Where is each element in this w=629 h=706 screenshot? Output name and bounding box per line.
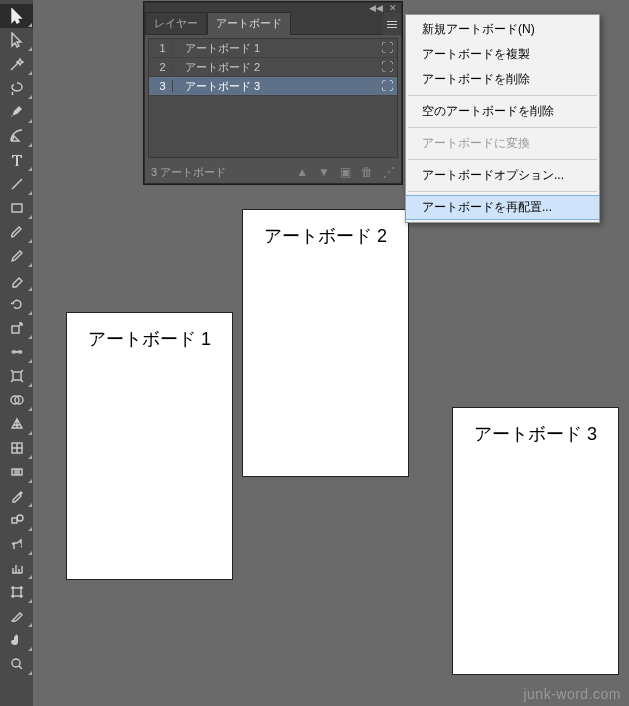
width-tool[interactable] [0, 340, 33, 364]
type-tool[interactable] [0, 148, 33, 172]
row-name: アートボード 2 [185, 60, 260, 75]
rotate-tool[interactable] [0, 292, 33, 316]
row-name: アートボード 1 [185, 41, 260, 56]
gradient-tool[interactable] [0, 460, 33, 484]
menu-separator [408, 127, 597, 128]
panel-footer: 3 アートボード ▲ ▼ ▣ 🗑 ⋰ [145, 161, 401, 183]
lasso-tool[interactable] [0, 76, 33, 100]
svg-point-10 [12, 659, 20, 667]
brush-tool[interactable] [0, 220, 33, 244]
tab-artboards[interactable]: アートボード [207, 12, 291, 35]
svg-point-8 [17, 515, 23, 521]
artboard-tool[interactable] [0, 580, 33, 604]
svg-rect-0 [12, 204, 22, 212]
resize-grip-icon[interactable]: ⋰ [383, 165, 395, 179]
menu-rearrange-artboards[interactable]: アートボードを再配置... [406, 195, 599, 220]
row-number: 2 [153, 61, 173, 73]
artboard-row[interactable]: 1 アートボード 1 ⛶ [149, 39, 397, 58]
symbol-sprayer-tool[interactable] [0, 532, 33, 556]
slice-tool[interactable] [0, 604, 33, 628]
artboard-label: アートボード 3 [474, 424, 597, 444]
panel-menu-button[interactable] [383, 13, 401, 35]
zoom-tool[interactable] [0, 652, 33, 676]
menu-separator [408, 95, 597, 96]
panel-close-icon[interactable]: ✕ [389, 3, 397, 13]
artboard-label: アートボード 1 [88, 329, 211, 349]
line-tool[interactable] [0, 172, 33, 196]
artboard-list: 1 アートボード 1 ⛶ 2 アートボード 2 ⛶ 3 アートボード 3 ⛶ [148, 38, 398, 158]
watermark: junk-word.com [523, 686, 621, 702]
footer-count: 3 アートボード [151, 165, 226, 180]
delete-icon[interactable]: 🗑 [361, 165, 373, 179]
artboard-row-selected[interactable]: 3 アートボード 3 ⛶ [149, 77, 397, 96]
menu-separator [408, 159, 597, 160]
canvas-artboard-3[interactable]: アートボード 3 [452, 407, 619, 675]
artboard-row[interactable]: 2 アートボード 2 ⛶ [149, 58, 397, 77]
artboards-panel: ◀◀ ✕ レイヤー アートボード 1 アートボード 1 ⛶ 2 アートボード 2… [144, 2, 402, 184]
tab-layers[interactable]: レイヤー [145, 12, 207, 34]
svg-rect-2 [13, 372, 21, 380]
graph-tool[interactable] [0, 556, 33, 580]
perspective-tool[interactable] [0, 412, 33, 436]
crop-icon[interactable]: ⛶ [381, 60, 393, 74]
hamburger-icon [387, 24, 397, 25]
magic-wand-tool[interactable] [0, 52, 33, 76]
row-number: 3 [153, 80, 173, 92]
shape-builder-tool[interactable] [0, 388, 33, 412]
eraser-tool[interactable] [0, 268, 33, 292]
free-transform-tool[interactable] [0, 364, 33, 388]
panel-tabs: レイヤー アートボード [145, 13, 401, 35]
crop-icon[interactable]: ⛶ [381, 79, 393, 93]
svg-rect-7 [12, 518, 17, 523]
hand-tool[interactable] [0, 628, 33, 652]
panel-context-menu: 新規アートボード(N) アートボードを複製 アートボードを削除 空のアートボード… [405, 14, 600, 223]
blend-tool[interactable] [0, 508, 33, 532]
pencil-tool[interactable] [0, 244, 33, 268]
crop-icon[interactable]: ⛶ [381, 41, 393, 55]
canvas-artboard-1[interactable]: アートボード 1 [66, 312, 233, 580]
menu-convert-artboard: アートボードに変換 [406, 131, 599, 156]
menu-delete-empty[interactable]: 空のアートボードを削除 [406, 99, 599, 124]
rectangle-tool[interactable] [0, 196, 33, 220]
direct-selection-tool[interactable] [0, 28, 33, 52]
mesh-tool[interactable] [0, 436, 33, 460]
svg-rect-1 [12, 326, 19, 333]
menu-separator [408, 191, 597, 192]
move-up-icon[interactable]: ▲ [296, 165, 308, 179]
menu-new-artboard[interactable]: 新規アートボード(N) [406, 17, 599, 42]
selection-tool[interactable] [0, 4, 33, 28]
menu-delete-artboard[interactable]: アートボードを削除 [406, 67, 599, 92]
row-name: アートボード 3 [185, 79, 260, 94]
menu-artboard-options[interactable]: アートボードオプション... [406, 163, 599, 188]
panel-collapse-icon[interactable]: ◀◀ [369, 3, 383, 13]
canvas-artboard-2[interactable]: アートボード 2 [242, 209, 409, 477]
new-artboard-icon[interactable]: ▣ [340, 165, 351, 179]
svg-rect-9 [13, 588, 21, 596]
curvature-tool[interactable] [0, 124, 33, 148]
menu-duplicate-artboard[interactable]: アートボードを複製 [406, 42, 599, 67]
scale-tool[interactable] [0, 316, 33, 340]
artboard-label: アートボード 2 [264, 226, 387, 246]
eyedropper-tool[interactable] [0, 484, 33, 508]
pen-tool[interactable] [0, 100, 33, 124]
tools-panel [0, 0, 33, 706]
move-down-icon[interactable]: ▼ [318, 165, 330, 179]
row-number: 1 [153, 42, 173, 54]
